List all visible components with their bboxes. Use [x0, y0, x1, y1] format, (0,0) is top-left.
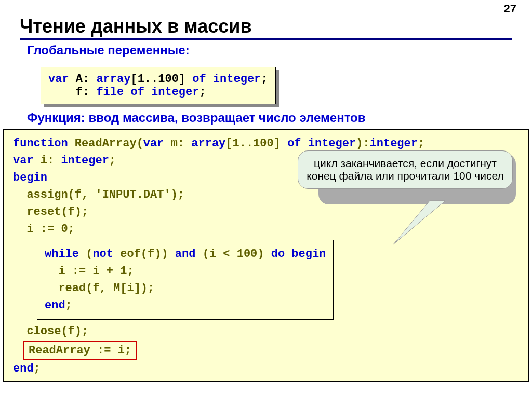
keyword-do-begin: do begin	[271, 248, 326, 260]
code-text: (	[79, 248, 92, 260]
highlighted-return-box: ReadArray := i;	[23, 341, 137, 360]
code-text: eof(f))	[113, 248, 175, 260]
code-text: f:	[48, 86, 96, 99]
keyword-and: and	[175, 248, 196, 260]
keyword-var: var	[13, 154, 34, 167]
code-text: read(f, M[i]);	[45, 282, 154, 295]
keyword-integer: integer	[61, 154, 109, 167]
code-box-function: цикл заканчивается, если достигнут конец…	[3, 129, 529, 382]
keyword-var: var	[143, 137, 164, 150]
code-text: ReadArray := i;	[29, 344, 131, 357]
code-text: [1..100]	[225, 137, 287, 150]
code-text: ):	[356, 137, 369, 150]
code-text: ;	[261, 73, 268, 86]
keyword-of-integer: of integer	[192, 73, 261, 86]
code-text: i:	[34, 154, 61, 167]
code-text: A:	[69, 73, 97, 86]
keyword-end: end	[45, 299, 65, 312]
code-text: i := i + 1;	[45, 265, 134, 278]
code-text: ;	[34, 362, 41, 375]
keyword-function: function	[13, 137, 68, 150]
keyword-of-integer: of integer	[287, 137, 356, 150]
svg-marker-0	[393, 201, 445, 244]
code-text: m:	[164, 137, 191, 150]
code-box-while-loop: while (not eof(f)) and (i < 100) do begi…	[37, 240, 334, 320]
keyword-integer: integer	[370, 137, 418, 150]
code-text: [1..100]	[130, 73, 192, 86]
subtitle-function: Функция: ввод массива, возвращает число …	[27, 111, 532, 125]
code-text: ;	[199, 86, 206, 99]
code-text: ReadArray(	[68, 137, 143, 150]
slide-title: Чтение данных в массив	[20, 16, 532, 37]
code-text: ;	[109, 154, 116, 167]
keyword-not: not	[92, 248, 113, 260]
page-number: 27	[504, 2, 516, 16]
keyword-file-of-integer: file of integer	[96, 86, 199, 99]
code-box-global-vars: var A: array[1..100] of integer; f: file…	[41, 67, 276, 104]
code-text: (i < 100)	[195, 248, 271, 260]
code-text: close(f);	[13, 323, 519, 340]
subtitle-global-vars: Глобальные переменные:	[27, 43, 532, 58]
keyword-array: array	[191, 137, 225, 150]
keyword-var: var	[48, 73, 69, 86]
keyword-begin: begin	[13, 171, 47, 184]
code-text: ;	[418, 137, 424, 150]
keyword-end: end	[13, 362, 34, 375]
title-underline	[20, 38, 512, 40]
callout: цикл заканчивается, если достигнут конец…	[298, 150, 513, 189]
code-text: ;	[65, 299, 72, 312]
keyword-while: while	[45, 248, 79, 260]
keyword-array: array	[96, 73, 130, 86]
